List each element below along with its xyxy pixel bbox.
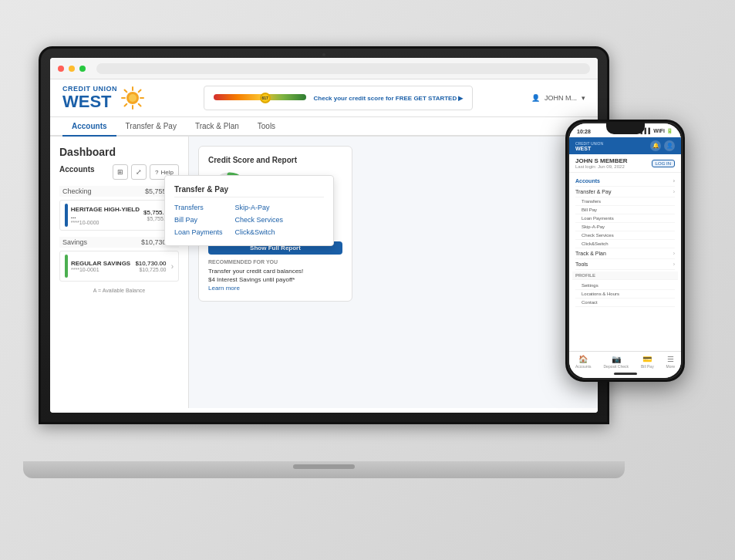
dashboard-title: Dashboard	[59, 146, 179, 158]
learn-more-link[interactable]: Learn more	[208, 285, 342, 292]
svg-point-1	[129, 94, 137, 102]
phone-header-icons: 🔔 👤	[650, 140, 675, 151]
phone-menu: Accounts › Transfer & Pay › Transfers Bi…	[569, 173, 681, 310]
user-name: JOHN M...	[545, 94, 577, 102]
nav-transfer-pay[interactable]: Transfer & Pay	[116, 117, 186, 137]
nav-accounts[interactable]: Accounts	[62, 117, 116, 137]
main-nav: Accounts Transfer & Pay Track & Plan Too…	[50, 117, 598, 137]
score-get-started[interactable]: GET STARTED ▶	[413, 95, 463, 102]
phone-footer-more[interactable]: ☰ More	[666, 355, 675, 369]
phone-menu-transfer-pay[interactable]: Transfer & Pay ›	[575, 187, 675, 197]
available-balance-note: A = Available Balance	[59, 288, 179, 293]
nav-track-plan[interactable]: Track & Plan	[186, 117, 248, 137]
phone-app-header: CREDIT UNION WEST 🔔 👤	[569, 137, 681, 154]
phone-menu-track-plan[interactable]: Track & Plan ›	[575, 248, 675, 259]
dropdown-columns: Transfers Bill Pay Loan Payments Skip-A-…	[174, 204, 324, 236]
dropdown-click-switch[interactable]: Click&Switch	[235, 228, 284, 236]
help-icon: ?	[155, 169, 158, 176]
chevron-right-icon: ›	[673, 261, 675, 267]
dropdown-col-1: Transfers Bill Pay Loan Payments	[174, 204, 223, 236]
browser-dot-yellow[interactable]	[69, 66, 75, 72]
logo-west: WEST	[62, 93, 117, 110]
phone-footer-accounts[interactable]: 🏠 Accounts	[575, 355, 592, 369]
phone-menu-tools[interactable]: Tools ›	[575, 259, 675, 270]
dropdown-title: Transfer & Pay	[174, 185, 324, 197]
logo: CREDIT UNION WEST	[62, 86, 145, 110]
phone-footer-bill-pay[interactable]: 💳 Bill Pay	[641, 355, 654, 369]
score-needle: 617	[260, 93, 271, 103]
recommended-section-header: RECOMMENDED FOR YOU	[208, 259, 342, 265]
phone-logo-block: CREDIT UNION WEST	[575, 141, 603, 151]
phone-profile-icon[interactable]: 👤	[664, 140, 675, 151]
phone-settings[interactable]: Settings	[575, 282, 675, 290]
account-indicator-savings	[65, 255, 68, 278]
logo-sun-icon	[120, 86, 145, 110]
user-dropdown-icon[interactable]: ▾	[582, 94, 585, 102]
camera-icon: 📷	[612, 355, 621, 363]
savings-balance: $10,730.00 $10,725.00	[135, 260, 166, 272]
score-cta: Check your credit score for FREE GET STA…	[314, 95, 464, 102]
dropdown-check-services[interactable]: Check Services	[235, 216, 284, 224]
account-indicator	[65, 204, 68, 227]
phone-time: 10:28	[577, 129, 591, 134]
phone-sub-click-switch[interactable]: Click&Switch	[575, 240, 675, 248]
phone-menu-accounts[interactable]: Accounts ›	[575, 176, 675, 187]
main-area: Dashboard Accounts ⊞ ⤢ ? Help	[50, 137, 598, 408]
phone-locations[interactable]: Locations & Hours	[575, 290, 675, 299]
refresh-button[interactable]: ⊞	[113, 164, 128, 180]
nav-tools[interactable]: Tools	[248, 117, 285, 137]
phone-login-button[interactable]: LOG IN	[652, 160, 675, 167]
laptop-camera	[322, 53, 325, 56]
dropdown-skip-a-pay[interactable]: Skip-A-Pay	[235, 204, 284, 211]
user-menu[interactable]: 👤 JOHN M... ▾	[531, 94, 585, 102]
svg-line-9	[125, 104, 127, 106]
svg-line-8	[139, 90, 141, 93]
laptop: CREDIT UNION WEST	[39, 46, 609, 478]
phone-home-indicator	[614, 373, 637, 375]
phone-user-name: JOHN S MEMBER	[575, 157, 628, 164]
phone-logo-sub: CREDIT UNION	[575, 141, 603, 146]
phone-bell-icon[interactable]: 🔔	[650, 140, 661, 151]
credit-score-banner[interactable]: 617 Check your credit score for FREE GET…	[204, 86, 474, 110]
savings-account-row[interactable]: REGULAR SAVINGS ****10-0001 $10,730.00 $…	[59, 251, 179, 282]
chevron-down-icon: ›	[673, 189, 675, 194]
dropdown-transfers[interactable]: Transfers	[174, 204, 223, 211]
checking-header: Checking $5,755.91	[59, 186, 179, 197]
browser-content: CREDIT UNION WEST	[50, 79, 598, 413]
app-header: CREDIT UNION WEST	[50, 79, 598, 117]
phone: 10:28 ▌▌▌ WiFi 🔋 CREDIT UNION WEST 🔔 👤	[565, 120, 685, 382]
scene: CREDIT UNION WEST	[0, 0, 735, 560]
expand-button[interactable]: ⤢	[131, 164, 147, 180]
phone-sub-transfers[interactable]: Transfers	[575, 197, 675, 206]
savings-account-name: REGULAR SAVINGS	[71, 260, 130, 267]
score-value: 617	[262, 96, 268, 100]
checking-account-row[interactable]: HERITAGE HIGH-YIELD ... ****10-0000 $5,7…	[59, 200, 179, 231]
browser-chrome	[50, 58, 598, 79]
laptop-base	[23, 461, 625, 478]
phone-user-section: JOHN S MEMBER Last login: Jun 09, 2022 L…	[569, 154, 681, 173]
browser-dot-green[interactable]	[79, 66, 86, 72]
phone-sub-bill-pay[interactable]: Bill Pay	[575, 206, 675, 214]
svg-line-6	[125, 90, 127, 93]
savings-section: Savings $10,730.00 REGULAR SAVINGS ****1…	[59, 237, 179, 282]
recommendation-text: Transfer your credit card balances!	[208, 268, 342, 275]
savings-type-label: Savings	[62, 238, 87, 246]
score-cta-text: Check your credit score for FREE	[314, 95, 413, 102]
phone-sub-check-services[interactable]: Check Services	[575, 231, 675, 240]
savings-header: Savings $10,730.00	[59, 237, 179, 248]
phone-contact[interactable]: Contact	[575, 299, 675, 307]
more-icon: ☰	[667, 355, 674, 363]
checking-account-name: HERITAGE HIGH-YIELD ...	[71, 206, 143, 220]
browser-dot-red[interactable]	[58, 66, 64, 72]
phone-user-date: Last login: Jun 09, 2022	[575, 164, 628, 169]
phone-sub-loan-payments[interactable]: Loan Payments	[575, 214, 675, 223]
phone-notch	[606, 122, 645, 134]
savings-account-number: ****10-0001	[71, 267, 130, 272]
phone-sub-skip-a-pay[interactable]: Skip-A-Pay	[575, 223, 675, 231]
dropdown-bill-pay[interactable]: Bill Pay	[174, 216, 223, 224]
dropdown-col-2: Skip-A-Pay Check Services Click&Switch	[235, 204, 284, 236]
phone-profile-section: PROFILE	[572, 272, 678, 280]
phone-footer-deposit[interactable]: 📷 Deposit Check	[604, 355, 629, 369]
dropdown-loan-payments[interactable]: Loan Payments	[174, 228, 223, 236]
credit-score-title: Credit Score and Report	[208, 156, 342, 164]
